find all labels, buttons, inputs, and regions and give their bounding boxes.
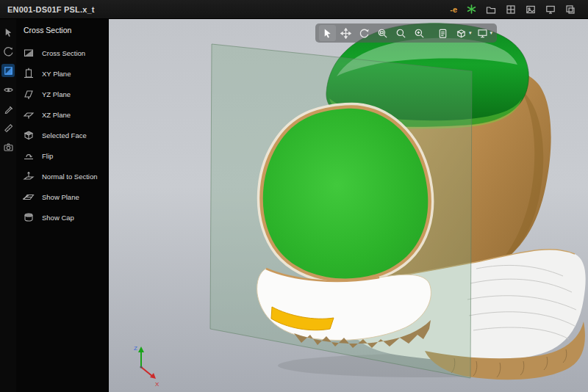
shading-menu-icon[interactable] <box>453 25 470 41</box>
scene-3d[interactable]: Z X <box>109 19 588 392</box>
xy-plane-icon <box>22 67 35 80</box>
normal-to-section-icon <box>22 170 35 183</box>
plugin-green-icon[interactable] <box>465 4 477 15</box>
grid-icon[interactable] <box>505 4 517 15</box>
panel-item-flip[interactable]: Flip <box>16 145 108 166</box>
left-toolbar <box>0 19 16 392</box>
panel-item-label: Show Plane <box>42 193 79 201</box>
select-cursor-icon[interactable] <box>319 25 336 41</box>
section-tool-icon[interactable] <box>1 64 15 77</box>
panel-item-label: YZ Plane <box>42 90 71 98</box>
cross-section-icon <box>22 46 35 59</box>
rotate-icon[interactable] <box>356 25 373 41</box>
display-icon[interactable] <box>564 4 576 15</box>
capture-tool-icon[interactable] <box>1 140 15 153</box>
pan-icon[interactable] <box>337 25 354 41</box>
xz-plane-icon <box>22 108 35 121</box>
visibility-tool-icon[interactable] <box>1 83 15 96</box>
image-icon[interactable] <box>525 4 537 15</box>
panel-item-cross-section[interactable]: Cross Section <box>16 43 108 63</box>
cross-section-panel: Cross Section Cross Section XY Plane YZ … <box>16 19 109 392</box>
panel-item-label: Show Cap <box>42 214 74 222</box>
measure-tool-icon[interactable] <box>1 121 15 134</box>
application-window: EN001-DS01F PSL.x_t -e <box>0 0 588 392</box>
shading-dropdown-caret[interactable]: ▾ <box>469 30 472 36</box>
panel-title: Cross Section <box>16 19 108 43</box>
display-menu-icon[interactable] <box>474 25 491 41</box>
viewport-3d[interactable]: Z X <box>109 19 588 392</box>
panel-item-yz-plane[interactable]: YZ Plane <box>16 84 108 104</box>
titlebar: EN001-DS01F PSL.x_t -e <box>0 0 588 19</box>
panel-item-xz-plane[interactable]: XZ Plane <box>16 104 108 125</box>
zoom-plus-icon[interactable] <box>411 25 428 41</box>
display-dropdown-caret[interactable]: ▾ <box>490 30 493 36</box>
show-plane-icon <box>22 190 35 203</box>
axis-x-label: X <box>155 381 159 388</box>
main-body: Cross Section Cross Section XY Plane YZ … <box>0 19 588 392</box>
window-title: EN001-DS01F PSL.x_t <box>7 5 95 14</box>
panel-item-label: XY Plane <box>42 70 71 78</box>
axis-z-label: Z <box>134 345 137 352</box>
orbit-tool-icon[interactable] <box>1 45 15 58</box>
select-tool-icon[interactable] <box>1 26 15 39</box>
titlebar-icons: -e <box>450 4 588 15</box>
folder-icon[interactable] <box>485 4 497 15</box>
yz-plane-icon <box>22 87 35 101</box>
panel-item-show-cap[interactable]: Show Cap <box>16 207 108 228</box>
panel-item-xy-plane[interactable]: XY Plane <box>16 63 108 84</box>
panel-item-label: Selected Face <box>42 131 87 139</box>
selected-face-icon <box>22 128 35 142</box>
panel-item-show-plane[interactable]: Show Plane <box>16 186 108 207</box>
show-cap-icon <box>22 211 35 224</box>
annotate-tool-icon[interactable] <box>1 102 15 115</box>
panel-item-label: Flip <box>42 152 53 160</box>
clipboard-icon[interactable] <box>434 25 451 41</box>
panel-item-selected-face[interactable]: Selected Face <box>16 125 108 145</box>
panel-item-label: Cross Section <box>42 49 85 57</box>
panel-item-label: Normal to Section <box>42 173 98 181</box>
panel-item-label: XZ Plane <box>42 111 71 119</box>
cross-section-cap[interactable] <box>257 109 431 348</box>
panel-item-normal-to-section[interactable]: Normal to Section <box>16 166 108 186</box>
orange-e-icon[interactable]: -e <box>450 5 457 14</box>
zoom-window-icon[interactable] <box>374 25 391 41</box>
flip-icon <box>22 149 35 162</box>
monitor-icon[interactable] <box>545 4 556 15</box>
viewport-toolbar: ▾ ▾ <box>315 23 497 43</box>
zoom-icon[interactable] <box>392 25 409 41</box>
